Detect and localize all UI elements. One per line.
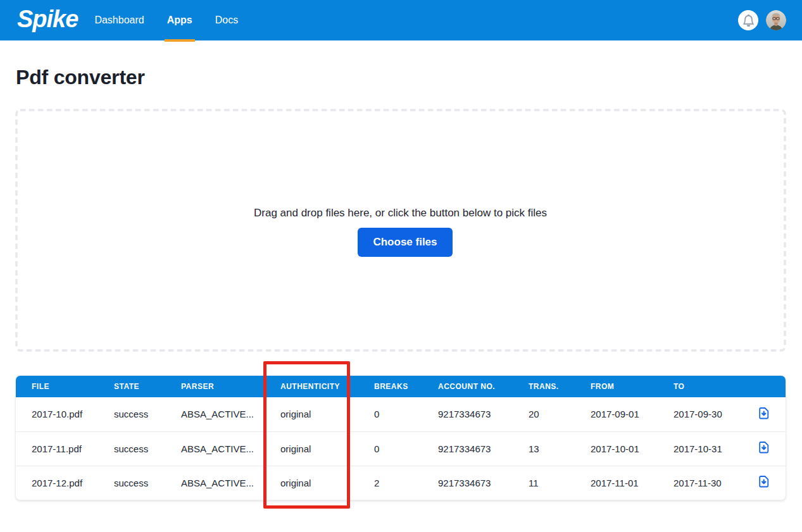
navbar-right: [738, 10, 786, 30]
cell-from: 2017-10-01: [591, 431, 674, 466]
cell-trans: 11: [529, 466, 591, 500]
col-header-account-no: ACCOUNT NO.: [438, 376, 529, 397]
cell-authenticity: original: [280, 431, 374, 466]
cell-authenticity: original: [280, 397, 374, 431]
top-navbar: Spike Dashboard Apps Docs: [0, 0, 802, 40]
cell-from: 2017-09-01: [591, 397, 674, 431]
results-table-card: FILE STATE PARSER AUTHENTICITY BREAKS AC…: [15, 375, 786, 500]
cell-parser: ABSA_ACTIVE...: [181, 466, 280, 500]
cell-to: 2017-09-30: [674, 397, 746, 431]
col-header-actions: [746, 376, 786, 397]
avatar-photo: [766, 10, 786, 30]
col-header-authenticity: AUTHENTICITY: [280, 376, 374, 397]
col-header-breaks: BREAKS: [374, 376, 438, 397]
col-header-to: TO: [674, 376, 746, 397]
file-download-icon: [759, 407, 769, 419]
spike-logo[interactable]: Spike: [17, 0, 78, 39]
table-header-row: FILE STATE PARSER AUTHENTICITY BREAKS AC…: [16, 376, 786, 397]
file-dropzone[interactable]: Drag and drop files here, or click the b…: [15, 109, 786, 352]
cell-trans: 20: [529, 397, 591, 431]
cell-from: 2017-11-01: [591, 466, 674, 500]
cell-breaks: 2: [374, 466, 438, 500]
dropzone-dashed-border: [15, 109, 786, 352]
col-header-from: FROM: [591, 376, 674, 397]
col-header-state: STATE: [114, 376, 181, 397]
notifications-button[interactable]: [738, 10, 758, 30]
cell-account-no: 9217334673: [438, 431, 529, 466]
nav-item-docs[interactable]: Docs: [204, 0, 249, 40]
cell-trans: 13: [529, 431, 591, 466]
file-download-icon: [759, 442, 769, 454]
download-button[interactable]: [759, 442, 769, 454]
cell-account-no: 9217334673: [438, 397, 529, 431]
cell-state: success: [114, 431, 181, 466]
nav-item-label: Docs: [215, 15, 238, 26]
cell-state: success: [114, 466, 181, 500]
download-button[interactable]: [759, 407, 769, 419]
table-row: 2017-10.pdf success ABSA_ACTIVE... origi…: [16, 397, 786, 431]
nav-item-label: Apps: [167, 15, 192, 26]
cell-state: success: [114, 397, 181, 431]
file-download-icon: [759, 476, 769, 488]
nav-item-label: Dashboard: [94, 15, 144, 26]
nav-item-dashboard[interactable]: Dashboard: [83, 0, 155, 40]
cell-file: 2017-10.pdf: [16, 397, 114, 431]
cell-account-no: 9217334673: [438, 466, 529, 500]
cell-file: 2017-11.pdf: [16, 431, 114, 466]
cell-parser: ABSA_ACTIVE...: [181, 431, 280, 466]
col-header-file: FILE: [16, 376, 114, 397]
table-row: 2017-11.pdf success ABSA_ACTIVE... origi…: [16, 431, 786, 466]
table-row: 2017-12.pdf success ABSA_ACTIVE... origi…: [16, 466, 786, 500]
cell-to: 2017-10-31: [674, 431, 746, 466]
cell-parser: ABSA_ACTIVE...: [181, 397, 280, 431]
nav-item-apps[interactable]: Apps: [156, 0, 204, 40]
col-header-parser: PARSER: [181, 376, 280, 397]
cell-to: 2017-11-30: [674, 466, 746, 500]
page-title: Pdf converter: [16, 67, 802, 87]
cell-breaks: 0: [374, 397, 438, 431]
cell-authenticity: original: [280, 466, 374, 500]
main-nav: Dashboard Apps Docs: [83, 0, 249, 40]
cell-breaks: 0: [374, 431, 438, 466]
bell-icon: [742, 15, 755, 27]
user-avatar[interactable]: [766, 10, 786, 30]
results-table: FILE STATE PARSER AUTHENTICITY BREAKS AC…: [16, 376, 786, 500]
download-button[interactable]: [759, 476, 769, 488]
cell-file: 2017-12.pdf: [16, 466, 114, 500]
col-header-trans: TRANS.: [529, 376, 591, 397]
